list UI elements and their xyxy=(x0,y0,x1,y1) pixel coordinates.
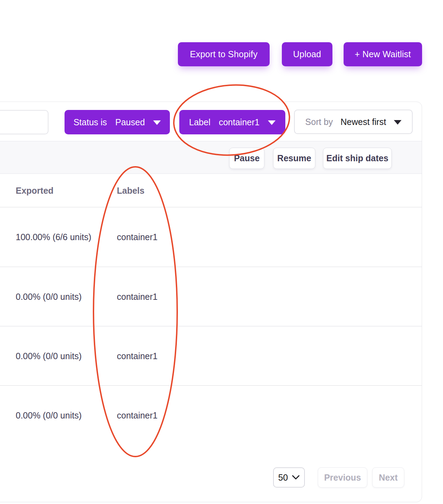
table-row[interactable]: 0.00% (0/0 units) container1 xyxy=(0,385,422,445)
exported-cell: 0.00% (0/0 units) xyxy=(16,267,82,326)
waitlist-page: Export to Shopify Upload + New Waitlist … xyxy=(0,0,443,504)
exported-cell: 100.00% (6/6 units) xyxy=(16,207,91,267)
chevron-down-icon xyxy=(292,475,300,480)
sort-dropdown[interactable]: Sort by Newest first xyxy=(294,110,413,134)
page-size-select[interactable]: 50 xyxy=(273,467,305,488)
chevron-down-icon xyxy=(268,120,276,125)
sort-value-label: Newest first xyxy=(340,117,386,127)
export-to-shopify-button[interactable]: Export to Shopify xyxy=(178,42,270,66)
bulk-actions-toolbar: Pause Resume Edit ship dates xyxy=(0,141,422,174)
resume-button[interactable]: Resume xyxy=(273,148,315,169)
table-row[interactable]: 100.00% (6/6 units) container1 xyxy=(0,207,422,267)
labels-cell: container1 xyxy=(117,326,158,386)
labels-cell: container1 xyxy=(117,267,158,326)
labels-cell: container1 xyxy=(117,386,158,445)
chevron-down-icon xyxy=(153,120,161,125)
status-filter-dropdown[interactable]: Status is Paused xyxy=(65,110,170,134)
previous-page-button[interactable]: Previous xyxy=(318,467,367,488)
column-header-exported: Exported xyxy=(16,174,53,207)
next-page-button[interactable]: Next xyxy=(372,467,404,488)
table-body: 100.00% (6/6 units) container1 0.00% (0/… xyxy=(0,207,422,445)
table-row[interactable]: 0.00% (0/0 units) container1 xyxy=(0,267,422,326)
chevron-down-icon xyxy=(394,120,401,125)
status-filter-prefix: Status is xyxy=(74,117,107,127)
labels-cell: container1 xyxy=(117,207,158,267)
page-size-value: 50 xyxy=(278,473,288,483)
table-row[interactable]: 0.00% (0/0 units) container1 xyxy=(0,326,422,385)
edit-ship-dates-button[interactable]: Edit ship dates xyxy=(323,148,392,169)
table-header: Exported Labels xyxy=(0,174,422,207)
sort-prefix-label: Sort by xyxy=(305,117,333,127)
column-header-labels: Labels xyxy=(117,174,144,207)
new-waitlist-button[interactable]: + New Waitlist xyxy=(344,42,422,66)
label-filter-value: container1 xyxy=(219,117,260,127)
label-filter-prefix: Label xyxy=(189,117,210,127)
pause-button[interactable]: Pause xyxy=(229,148,264,169)
status-filter-value: Paused xyxy=(115,117,145,127)
waitlist-panel: Status is Paused Label container1 Sort b… xyxy=(0,102,422,502)
exported-cell: 0.00% (0/0 units) xyxy=(16,386,82,445)
label-filter-dropdown[interactable]: Label container1 xyxy=(179,110,285,134)
exported-cell: 0.00% (0/0 units) xyxy=(16,326,82,386)
upload-button[interactable]: Upload xyxy=(282,42,332,66)
search-input[interactable] xyxy=(0,110,48,134)
